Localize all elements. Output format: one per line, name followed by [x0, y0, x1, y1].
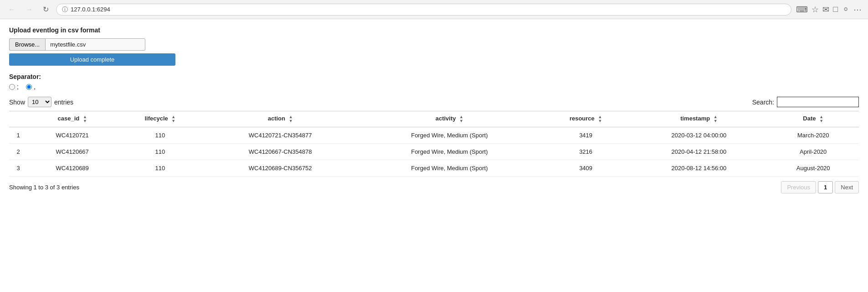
show-entries-control: Show 10 25 50 100 entries	[9, 97, 73, 107]
col-header-case_id[interactable]: case_id ▲▼	[27, 111, 117, 127]
cell-activity: Forged Wire, Medium (Sport)	[358, 160, 541, 177]
cell-row_num: 1	[9, 127, 27, 144]
col-header-date[interactable]: Date ▲▼	[767, 111, 859, 127]
cell-case_id: WC4120689	[27, 160, 117, 177]
sort-arrows-timestamp: ▲▼	[714, 115, 718, 123]
cell-case_id: WC4120667	[27, 144, 117, 160]
col-header-activity[interactable]: activity ▲▼	[358, 111, 541, 127]
cell-row_num: 3	[9, 160, 27, 177]
cell-activity: Forged Wire, Medium (Sport)	[358, 144, 541, 160]
cell-activity: Forged Wire, Medium (Sport)	[358, 127, 541, 144]
sort-arrows-action: ▲▼	[289, 115, 293, 123]
cell-resource: 3409	[541, 160, 631, 177]
cell-date: March-2020	[767, 127, 859, 144]
address-bar: ⓘ 127.0.0.1:6294	[56, 4, 791, 16]
browser-toolbar: ⌨ ☆ ✉ □ ⚬ ⋯	[796, 4, 863, 16]
col-header-resource[interactable]: resource ▲▼	[541, 111, 631, 127]
cell-case_id: WC4120721	[27, 127, 117, 144]
entries-label: entries	[54, 99, 73, 106]
cell-timestamp: 2020-08-12 14:56:00	[630, 160, 767, 177]
search-row: Search:	[752, 97, 859, 107]
sort-arrows-activity: ▲▼	[459, 115, 463, 123]
table-body: 1WC4120721110WC4120721-CN354877Forged Wi…	[9, 127, 859, 177]
pagination: Previous 1 Next	[781, 181, 859, 193]
upload-complete-button[interactable]: Upload complete	[9, 53, 175, 66]
show-label: Show	[9, 99, 25, 106]
cell-lifecycle: 110	[117, 127, 203, 144]
sort-arrows-resource: ▲▼	[598, 115, 602, 123]
col-header-rownum	[9, 111, 27, 127]
sort-arrows-date: ▲▼	[819, 115, 823, 123]
info-icon: ⓘ	[62, 5, 68, 14]
refresh-button[interactable]: ↻	[40, 4, 51, 15]
separator-semicolon-option[interactable]: ;	[9, 83, 19, 90]
table-footer: Showing 1 to 3 of 3 entries Previous 1 N…	[9, 181, 859, 193]
showing-text: Showing 1 to 3 of 3 entries	[9, 184, 79, 191]
cell-action: WC4120721-CN354877	[203, 127, 358, 144]
next-button[interactable]: Next	[835, 181, 859, 193]
separator-semicolon-radio[interactable]	[9, 84, 15, 90]
table-row: 3WC4120689110WC4120689-CN356752Forged Wi…	[9, 160, 859, 177]
sort-arrows-case_id: ▲▼	[83, 115, 87, 123]
browse-button[interactable]: Browse...	[9, 38, 45, 51]
cell-date: August-2020	[767, 160, 859, 177]
collection-icon[interactable]: □	[833, 5, 838, 14]
read-aloud-icon[interactable]: ⌨	[796, 5, 808, 15]
favorites-icon[interactable]: ☆	[812, 5, 819, 15]
upload-title: Upload eventlog in csv format	[9, 26, 859, 34]
cell-row_num: 2	[9, 144, 27, 160]
separator-comma-label: ,	[34, 83, 36, 90]
browser-chrome: ← → ↻ ⓘ 127.0.0.1:6294 ⌨ ☆ ✉ □ ⚬ ⋯	[0, 0, 868, 19]
profile-icon[interactable]: ⚬	[842, 4, 850, 16]
previous-button[interactable]: Previous	[781, 181, 816, 193]
col-header-action[interactable]: action ▲▼	[203, 111, 358, 127]
separator-comma-option[interactable]: ,	[26, 83, 36, 90]
table-header-row: case_id ▲▼ lifecycle ▲▼ action ▲▼ activi…	[9, 111, 859, 127]
cell-date: April-2020	[767, 144, 859, 160]
cell-timestamp: 2020-03-12 04:00:00	[630, 127, 767, 144]
page-1-button[interactable]: 1	[818, 181, 833, 193]
cell-action: WC4120689-CN356752	[203, 160, 358, 177]
cell-timestamp: 2020-04-12 21:58:00	[630, 144, 767, 160]
sort-arrows-lifecycle: ▲▼	[171, 115, 175, 123]
separator-label: Separator:	[9, 73, 859, 80]
back-button[interactable]: ←	[5, 5, 18, 15]
cell-lifecycle: 110	[117, 160, 203, 177]
more-options-icon[interactable]: ⋯	[853, 5, 863, 15]
cell-lifecycle: 110	[117, 144, 203, 160]
radio-row: ; ,	[9, 83, 859, 90]
data-table: case_id ▲▼ lifecycle ▲▼ action ▲▼ activi…	[9, 111, 859, 177]
bookmark-icon[interactable]: ✉	[822, 5, 829, 15]
url-text: 127.0.0.1:6294	[71, 6, 110, 13]
file-input-row: Browse... mytestfile.csv	[9, 38, 859, 51]
col-header-lifecycle[interactable]: lifecycle ▲▼	[117, 111, 203, 127]
separator-semicolon-label: ;	[17, 83, 19, 90]
page-content: Upload eventlog in csv format Browse... …	[0, 19, 868, 201]
separator-comma-radio[interactable]	[26, 84, 32, 90]
cell-action: WC4120667-CN354878	[203, 144, 358, 160]
cell-resource: 3216	[541, 144, 631, 160]
col-header-timestamp[interactable]: timestamp ▲▼	[630, 111, 767, 127]
search-label: Search:	[752, 99, 774, 106]
entries-select[interactable]: 10 25 50 100	[28, 97, 51, 107]
separator-section: Separator: ; ,	[9, 73, 859, 90]
search-input[interactable]	[777, 97, 859, 107]
forward-button[interactable]: →	[23, 5, 36, 15]
controls-row: Show 10 25 50 100 entries Search:	[9, 97, 859, 107]
file-name-display: mytestfile.csv	[45, 38, 145, 51]
cell-resource: 3419	[541, 127, 631, 144]
table-row: 2WC4120667110WC4120667-CN354878Forged Wi…	[9, 144, 859, 160]
table-row: 1WC4120721110WC4120721-CN354877Forged Wi…	[9, 127, 859, 144]
